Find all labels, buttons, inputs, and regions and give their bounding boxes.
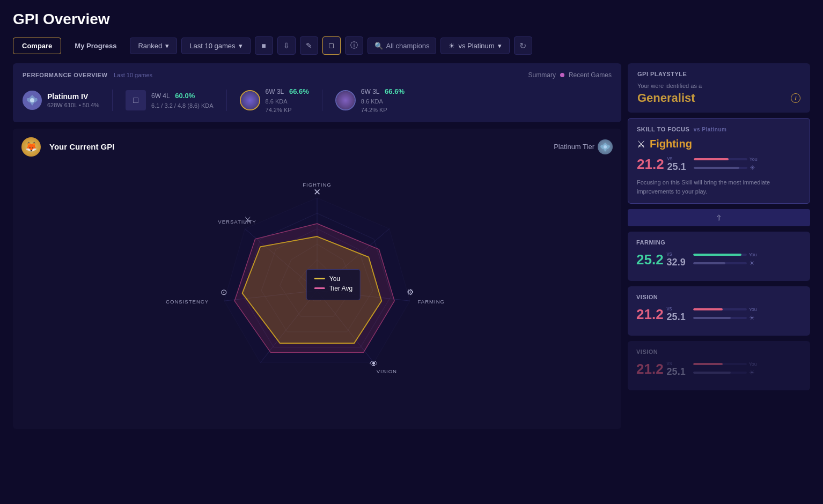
champ1-kda: 8.6 KDA: [266, 97, 309, 106]
refresh-button[interactable]: ↻: [514, 36, 532, 55]
stat-block-1: □ 6W 4L 60.0% 6.1 / 3.2 / 4.8 (8.6) KDA: [126, 90, 214, 110]
farming-score-bars: You ☀: [693, 252, 757, 267]
champ1-wr: 66.6%: [289, 87, 309, 95]
svg-text:⊙: ⊙: [221, 287, 227, 296]
farming-title: FARMING: [636, 239, 802, 246]
farming-score-you: 25.2: [636, 251, 664, 268]
perf-stats: Platinum IV 628W 610L • 50.4% □ 6W 4L 60…: [23, 86, 612, 115]
vision-tier-icon-2: ☀: [749, 369, 755, 376]
vs-icon: ☀: [449, 42, 455, 50]
gpi-main-header: 🦊 Your Current GPI Platinum Tier: [21, 137, 613, 157]
view-icon-2[interactable]: ⇩: [277, 36, 296, 55]
bar-tier: ☀: [694, 164, 758, 172]
summary-toggle[interactable]: Summary Recent Games: [528, 71, 612, 79]
skill-name: Fighting: [650, 138, 692, 150]
tier-bar-icon: ☀: [749, 164, 755, 172]
champ-icon-2: [335, 90, 356, 110]
chevron-down-icon: [165, 42, 169, 50]
gpi-playstyle-card: GPI PLAYSTYLE Your were identified as a …: [628, 63, 810, 113]
gpi-current-label: Your Current GPI: [49, 142, 114, 151]
rank-name: Platinum IV: [47, 92, 99, 101]
legend-tier: Tier Avg: [314, 285, 352, 292]
vision-title-1: VISION: [636, 294, 802, 300]
champ-icon-1: [240, 90, 260, 110]
bar-you: You: [694, 157, 758, 162]
farming-vs-label: vs: [667, 251, 686, 257]
platinum-tier: Platinum Tier: [554, 139, 613, 154]
vision-score-tier-1: 25.1: [667, 312, 686, 323]
stat-data-1: 6W 4L 60.0% 6.1 / 3.2 / 4.8 (8.6) KDA: [151, 91, 214, 110]
vision-scores-2: 21.2 vs 25.1 You ☀: [636, 360, 802, 377]
tier-icon: [598, 139, 613, 154]
farming-bar-you: You: [693, 252, 757, 257]
vs-dropdown[interactable]: ☀ vs Platinum: [440, 38, 509, 54]
refresh-icon: ↻: [519, 41, 526, 51]
svg-text:FARMING: FARMING: [418, 299, 445, 305]
vision-card-2: VISION 21.2 vs 25.1 You: [628, 341, 810, 390]
right-panel: GPI PLAYSTYLE Your were identified as a …: [628, 63, 810, 429]
info-icon-btn[interactable]: ⓘ: [345, 36, 363, 55]
rank-info: Platinum IV 628W 610L • 50.4%: [23, 91, 99, 110]
info-circle-icon[interactable]: i: [791, 93, 800, 103]
svg-text:CONSISTENCY: CONSISTENCY: [166, 299, 209, 305]
vision-bar-you-1: You: [693, 307, 757, 312]
champ2-wl: 6W 3L: [361, 88, 380, 95]
gpi-playstyle-title: GPI PLAYSTYLE: [637, 71, 800, 77]
svg-point-1: [604, 145, 607, 149]
search-icon: 🔍: [374, 42, 383, 50]
svg-text:⚙: ⚙: [407, 287, 414, 296]
vision-bar-tier-2: ☀: [693, 369, 757, 376]
vision-score-bars-2: You ☀: [693, 361, 757, 376]
edit-icon[interactable]: ✎: [300, 36, 318, 55]
skill-focus-card: SKILL TO FOCUS vs Platinum ⚔ Fighting 21…: [628, 118, 810, 204]
champ1-data: 6W 3L 66.6% 8.6 KDA 74.2% KP: [266, 86, 309, 115]
stat-wl: 6W 4L: [151, 92, 170, 100]
skill-vs-label: vs Platinum: [694, 127, 727, 132]
champ2-data: 6W 3L 66.6% 8.6 KDA 74.2% KP: [361, 86, 405, 115]
champ2-kp: 74.2% KP: [361, 106, 405, 115]
score-bars: You ☀: [694, 157, 758, 172]
champ1-kp: 74.2% KP: [266, 106, 309, 115]
you-bar-label: You: [749, 157, 758, 162]
stat-kda: 6.1 / 3.2 / 4.8 (8.6) KDA: [151, 101, 214, 110]
vision-bar-tier-1: ☀: [693, 314, 757, 322]
vision-you-label-2: You: [749, 361, 757, 367]
legend-you: You: [314, 275, 352, 283]
vision-score-tier-2: 25.1: [667, 366, 686, 377]
farming-score-tier: 32.9: [667, 257, 686, 268]
vision-tier-icon-1: ☀: [749, 314, 755, 322]
vision-you-label-1: You: [749, 307, 757, 312]
chevron-up-icon: ⇧: [716, 213, 722, 222]
toggle-dot: [560, 73, 564, 77]
vision-vs-label-1: vs: [667, 306, 686, 312]
performance-overview-card: PERFORMANCE OVERVIEW Last 10 games Summa…: [13, 63, 621, 122]
farming-bar-tier: ☀: [693, 260, 757, 267]
left-panel: PERFORMANCE OVERVIEW Last 10 games Summa…: [13, 63, 621, 429]
champ1-wl: 6W 3L: [266, 88, 284, 95]
chevron-down-icon: [239, 42, 243, 50]
vision-vs-label-2: vs: [667, 360, 686, 366]
gpi-main-card: 🦊 Your Current GPI Platinum Tier: [13, 129, 621, 429]
top-nav: Compare My Progress Ranked Last 10 games…: [13, 36, 810, 55]
tab-myprogress[interactable]: My Progress: [65, 38, 126, 54]
champ2-kda: 8.6 KDA: [361, 97, 405, 106]
svg-text:✕: ✕: [313, 187, 321, 197]
vision-bar-you-2: You: [693, 361, 757, 367]
rank-icon: [23, 91, 42, 110]
collapse-button[interactable]: ⇧: [628, 209, 810, 226]
tab-compare[interactable]: Compare: [13, 38, 61, 54]
view-icon-1[interactable]: ■: [255, 36, 273, 55]
stat-icon: □: [126, 90, 146, 110]
champion-search[interactable]: 🔍 All champions: [368, 38, 437, 54]
skill-scores: 21.2 vs 25.1 You ☀: [637, 155, 801, 173]
gpi-type: Generalist i: [637, 91, 800, 105]
ranked-dropdown[interactable]: Ranked: [130, 38, 177, 54]
games-dropdown[interactable]: Last 10 games: [181, 38, 250, 54]
champ-stat-1: 6W 3L 66.6% 8.6 KDA 74.2% KP: [240, 86, 309, 115]
vision-title-2: VISION: [636, 349, 802, 355]
view-icon-active[interactable]: □: [322, 36, 341, 55]
gpi-avatar: 🦊: [21, 137, 41, 157]
skill-name-row: ⚔ Fighting: [637, 138, 801, 150]
divider3: [322, 90, 322, 111]
divider: [112, 90, 113, 111]
